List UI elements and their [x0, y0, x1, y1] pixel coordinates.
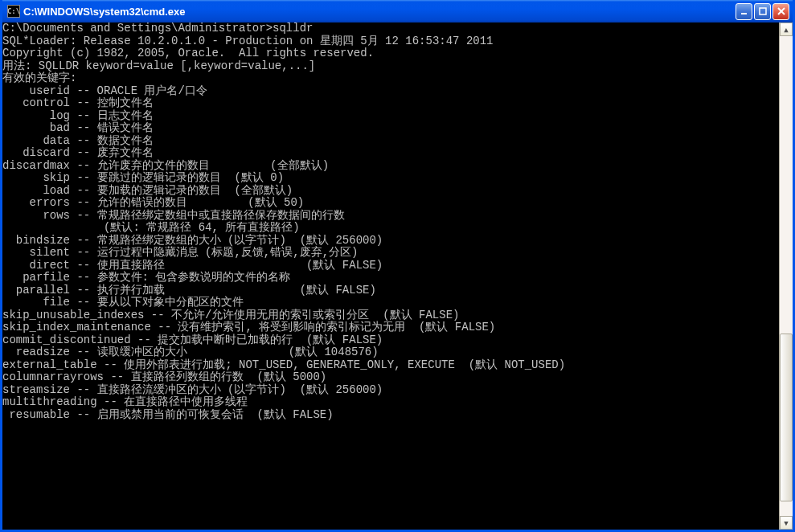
- window-controls: [736, 3, 789, 20]
- keyword-line: skip_unusable_indexes -- 不允许/允许使用无用的索引或索…: [2, 309, 779, 322]
- minimize-button[interactable]: [736, 3, 752, 20]
- copyright-line: Copyright (c) 1982, 2005, Oracle. All ri…: [2, 47, 779, 60]
- scroll-up-button[interactable]: ▲: [780, 23, 793, 36]
- keyword-line: errors -- 允许的错误的数目 (默认 50): [2, 197, 779, 210]
- keyword-line: readsize -- 读取缓冲区的大小 (默认 1048576): [2, 346, 779, 359]
- maximize-button[interactable]: [754, 3, 771, 20]
- keyword-line: data -- 数据文件名: [2, 135, 779, 148]
- keyword-line: file -- 要从以下对象中分配区的文件: [2, 297, 779, 309]
- window-title: C:\WINDOWS\system32\cmd.exe: [23, 6, 736, 18]
- keyword-line: rows -- 常规路径绑定数组中或直接路径保存数据间的行数: [2, 210, 779, 223]
- usage-line: 用法: SQLLDR keyword=value [,keyword=value…: [2, 60, 779, 73]
- keyword-line: multithreading -- 在直接路径中使用多线程: [2, 396, 779, 409]
- keyword-line: bindsize -- 常规路径绑定数组的大小 (以字节计) (默认 25600…: [2, 235, 779, 248]
- version-line: SQL*Loader: Release 10.2.0.1.0 - Product…: [2, 35, 779, 48]
- svg-rect-0: [741, 13, 747, 14]
- client-area: C:\Documents and Settings\Administrator>…: [2, 23, 793, 530]
- keyword-line: bad -- 错误文件名: [2, 122, 779, 135]
- keyword-line: parfile -- 参数文件: 包含参数说明的文件的名称: [2, 272, 779, 284]
- titlebar[interactable]: C:\ C:\WINDOWS\system32\cmd.exe: [2, 0, 793, 23]
- keyword-line: discard -- 废弃文件名: [2, 147, 779, 160]
- keyword-line: skip -- 要跳过的逻辑记录的数目 (默认 0): [2, 172, 779, 185]
- keyword-line: load -- 要加载的逻辑记录的数目 (全部默认): [2, 185, 779, 198]
- prompt-line: C:\Documents and Settings\Administrator>…: [2, 23, 779, 35]
- keyword-line: silent -- 运行过程中隐藏消息 (标题,反馈,错误,废弃,分区): [2, 247, 779, 260]
- keyword-line: (默认: 常规路径 64, 所有直接路径): [2, 222, 779, 235]
- terminal-output[interactable]: C:\Documents and Settings\Administrator>…: [2, 23, 779, 530]
- keyword-line: parallel -- 执行并行加载 (默认 FALSE): [2, 284, 779, 297]
- app-icon: C:\: [7, 5, 20, 18]
- keyword-line: columnarrayrows -- 直接路径列数组的行数 (默认 5000): [2, 371, 779, 384]
- scroll-thumb[interactable]: [780, 334, 793, 501]
- keyword-line: userid -- ORACLE 用户名/口令: [2, 85, 779, 98]
- keyword-line: resumable -- 启用或禁用当前的可恢复会话 (默认 FALSE): [2, 409, 779, 422]
- keyword-line: control -- 控制文件名: [2, 97, 779, 110]
- vertical-scrollbar[interactable]: ▲ ▼: [779, 23, 793, 530]
- scroll-track[interactable]: [780, 36, 793, 516]
- close-button[interactable]: [772, 3, 789, 20]
- keyword-line: commit_discontinued -- 提交加载中断时已加载的行 (默认 …: [2, 334, 779, 347]
- keyword-line: direct -- 使用直接路径 (默认 FALSE): [2, 260, 779, 272]
- cmd-window: C:\ C:\WINDOWS\system32\cmd.exe C:\Docum…: [0, 0, 795, 532]
- keywords-header: 有效的关键字:: [2, 72, 779, 85]
- keyword-line: skip_index_maintenance -- 没有维护索引, 将受到影响的…: [2, 321, 779, 334]
- keyword-line: external_table -- 使用外部表进行加载; NOT_USED, G…: [2, 359, 779, 372]
- svg-rect-1: [760, 8, 766, 14]
- scroll-down-button[interactable]: ▼: [780, 516, 793, 530]
- keyword-line: discardmax -- 允许废弃的文件的数目 (全部默认): [2, 160, 779, 173]
- keyword-line: streamsize -- 直接路径流缓冲区的大小 (以字节计) (默认 256…: [2, 384, 779, 397]
- keyword-line: log -- 日志文件名: [2, 110, 779, 123]
